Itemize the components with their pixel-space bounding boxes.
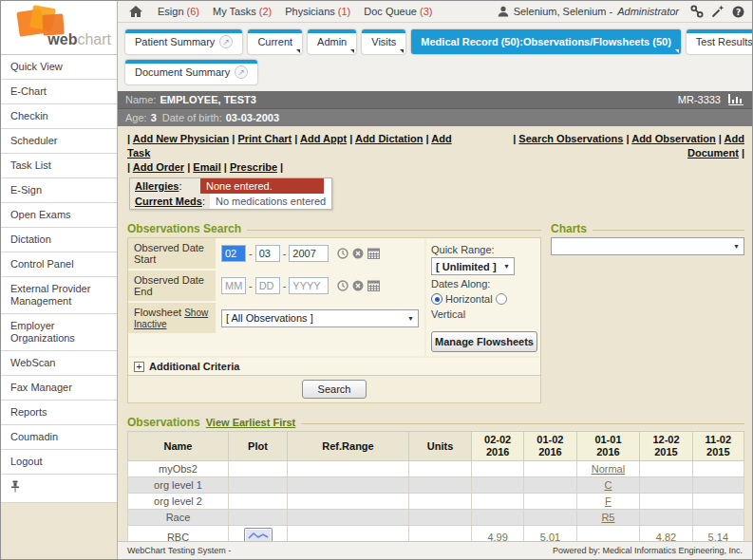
observation-value-link[interactable]: 5.14 [708,532,728,542]
action-link-add-dictation[interactable]: Add Dictation [355,133,424,144]
chart-stats-icon[interactable] [728,94,744,105]
radio-horizontal[interactable] [431,293,442,305]
pipe-separator: | [184,161,193,173]
search-button[interactable]: Search [302,380,367,399]
plot-button[interactable] [244,528,273,541]
end-month-input[interactable] [221,277,246,294]
pipe-separator: | [221,161,230,173]
time-picker-icon[interactable] [337,248,348,259]
calendar-icon[interactable] [367,248,380,259]
observations-section: Observations View Earliest First NamePlo… [127,416,744,541]
sparkline-icon [247,530,270,541]
topbar-menu-doc-queue[interactable]: Doc Queue (3) [364,6,432,17]
action-link-prescribe[interactable]: Prescribe [230,161,277,173]
observed-date-start-row: Observed Date Start - - [128,238,424,271]
topbar-menu-physicians[interactable]: Physicians (1) [285,6,350,17]
sidebar-item-employer-organizations[interactable]: Employer Organizations [1,314,117,351]
view-earliest-first-link[interactable]: View Earliest First [206,417,296,428]
observation-value-link[interactable]: Normal [592,463,625,475]
observation-value-link[interactable]: F [605,495,612,507]
action-link-add-observation[interactable]: Add Observation [631,133,716,144]
tab-admin[interactable]: Admin [308,29,356,54]
user-menu[interactable]: Selenium, Selenium - Administrator [498,6,679,17]
clear-date-icon[interactable] [352,248,364,259]
popout-icon[interactable]: ↗ [235,65,248,79]
menu-label: My Tasks [213,6,259,17]
observation-value-link[interactable]: 4.99 [487,532,507,542]
chevron-down-icon: ▼ [733,243,740,250]
pushpin-icon [10,480,20,493]
action-links: | Add New Physician | Print Chart | Add … [127,132,744,175]
observation-value-cell [472,461,524,477]
start-day-input[interactable] [255,245,280,262]
tab-visits[interactable]: Visits [362,29,405,54]
sidebar-item-webscan[interactable]: WebScan [1,351,117,376]
sidebar-item-scheduler[interactable]: Scheduler [1,129,117,154]
flowsheet-select[interactable]: [ All Observations ] ▼ [221,309,419,327]
column-header-ref-range: Ref.Range [288,432,409,461]
tab-document-summary[interactable]: Document Summary↗ [125,60,257,84]
tab-medical-record-50-observations-flowsheets-50[interactable]: Medical Record (50):Observations/Flowshe… [411,29,680,54]
sidebar-item-quick-view[interactable]: Quick View [1,55,117,80]
observations-table-header: NamePlotRef.RangeUnits02-02 201601-02 20… [128,432,744,461]
observation-value-link[interactable]: 5.01 [540,532,560,542]
action-link-search-observations[interactable]: Search Observations [518,133,623,144]
sidebar-item-external-provider-management[interactable]: External Provider Management [1,277,117,314]
time-picker-icon[interactable] [337,280,348,291]
action-link-email[interactable]: Email [193,161,220,173]
action-link-add-appt[interactable]: Add Appt [300,133,347,144]
home-icon[interactable] [129,6,142,17]
allergies-value: None entered. [200,178,324,194]
webchart-logo[interactable]: webchart [1,1,117,55]
tab-label: Document Summary [135,66,230,78]
action-link-print-chart[interactable]: Print Chart [237,133,292,144]
sidebar-item-e-sign[interactable]: E-Sign [1,178,117,203]
sidebar-item-e-chart[interactable]: E-Chart [1,80,117,104]
clear-date-icon[interactable] [352,280,364,291]
calendar-icon[interactable] [367,280,380,291]
sidebar-item-task-list[interactable]: Task List [1,154,117,178]
sidebar-item-logout[interactable]: Logout [1,450,117,475]
start-month-input[interactable] [221,245,246,262]
allergies-link[interactable]: Allergies [135,180,179,192]
observation-units [409,510,472,526]
sidebar-item-reports[interactable]: Reports [1,401,117,425]
current-meds-link[interactable]: Current Meds [135,196,202,207]
sidebar-pin-button[interactable] [1,475,117,503]
action-links-row2-left: | Add Order | Email | Prescribe | [127,160,464,175]
observation-value-link[interactable]: C [604,479,612,491]
wand-icon[interactable] [711,5,725,18]
column-header-date: 02-02 2016 [472,432,524,461]
quick-range-select[interactable]: [ Unlimited ] ▼ [431,257,515,275]
observation-value-cell: 5.14 [692,526,744,542]
observation-value-cell [692,510,744,526]
manage-flowsheets-button[interactable]: Manage Flowsheets [431,331,537,352]
sidebar-item-fax-manager[interactable]: Fax Manager [1,376,117,401]
observation-value-link[interactable]: 4.82 [656,532,676,542]
topbar-menu-esign[interactable]: Esign (6) [158,6,199,17]
expand-plus-icon[interactable]: + [134,362,144,372]
tab-current[interactable]: Current [248,29,302,54]
topbar-menu-my-tasks[interactable]: My Tasks (2) [213,6,272,17]
column-header-date: 11-02 2015 [692,432,744,461]
tab-test-results[interactable]: Test Results [687,29,753,54]
help-icon[interactable]: ? [732,6,744,18]
popout-icon[interactable]: ↗ [219,35,233,48]
end-day-input[interactable] [255,277,280,294]
link-icon[interactable] [690,5,704,18]
sidebar-item-control-panel[interactable]: Control Panel [1,252,117,277]
patient-age-label: Age: [125,112,147,123]
sidebar-item-dictation[interactable]: Dictation [1,228,117,252]
action-link-add-order[interactable]: Add Order [133,161,184,173]
sidebar-item-open-exams[interactable]: Open Exams [1,203,117,228]
charts-select[interactable]: ▼ [551,237,744,255]
sidebar-item-coumadin[interactable]: Coumadin [1,425,117,450]
radio-vertical[interactable] [496,293,507,305]
observation-plot-cell [229,461,288,477]
tab-patient-summary[interactable]: Patient Summary↗ [125,29,242,54]
action-link-add-new-physician[interactable]: Add New Physician [133,133,229,144]
end-year-input[interactable] [289,277,329,294]
start-year-input[interactable] [289,245,329,262]
sidebar-item-checkin[interactable]: Checkin [1,104,117,129]
observation-value-link[interactable]: R5 [601,512,614,523]
